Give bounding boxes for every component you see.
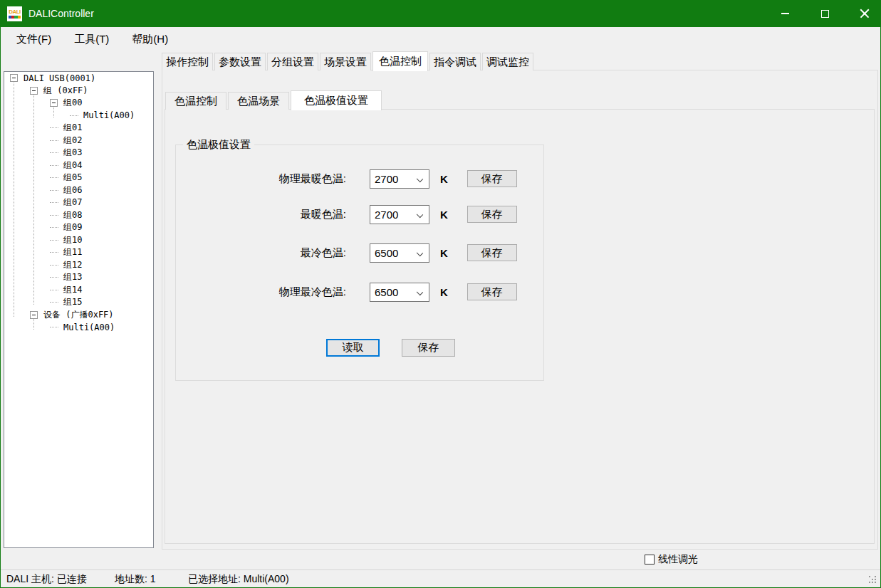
tree-node-label: 组11	[62, 246, 83, 258]
row-save-button[interactable]: 保存	[467, 206, 517, 223]
tree-connector	[50, 177, 58, 178]
tree-collapse-icon[interactable]	[30, 311, 38, 319]
tree-node-11[interactable]: 组08	[4, 209, 153, 222]
cct-row-label: 最冷色温:	[176, 246, 346, 260]
main-tab-strip: 操作控制参数设置分组设置场景设置色温控制指令调试调试监控	[162, 51, 535, 70]
cct-combobox-value: 6500	[370, 286, 398, 298]
chevron-down-icon	[417, 211, 423, 217]
menu-item-0[interactable]: 文件(F)	[8, 27, 60, 51]
linear-dimming-label: 线性调光	[658, 553, 698, 566]
read-button[interactable]: 读取	[326, 339, 380, 357]
tree-node-16[interactable]: 组13	[4, 271, 153, 284]
row-save-button[interactable]: 保存	[467, 170, 517, 187]
tree-node-5[interactable]: 组02	[4, 135, 153, 147]
tree-node-label: 设备 (广播0xFF)	[42, 309, 115, 321]
tree-node-label: 组15	[62, 296, 83, 308]
cct-value-combobox[interactable]: 6500	[370, 243, 429, 263]
device-tree: DALI USB(0001)组 (0xFF)组00Multi(A00)组01组0…	[4, 71, 154, 548]
tree-node-13[interactable]: 组10	[4, 234, 153, 247]
unit-kelvin-label: K	[440, 247, 448, 259]
minimize-icon	[781, 13, 789, 14]
tree-collapse-icon[interactable]	[50, 99, 58, 107]
tree-node-label: 组 (0xFF)	[42, 85, 90, 97]
tree-node-18[interactable]: 组15	[4, 296, 153, 309]
tree-node-label: 组04	[62, 159, 83, 172]
cct-value-combobox[interactable]: 2700	[370, 169, 429, 189]
tree-node-1[interactable]: 组 (0xFF)	[4, 85, 153, 98]
close-button[interactable]	[848, 0, 881, 27]
tree-node-2[interactable]: 组00	[4, 97, 153, 110]
tree-node-label: 组14	[62, 284, 83, 296]
cct-value-combobox[interactable]: 6500	[370, 283, 429, 302]
tree-connector	[50, 277, 58, 278]
title-bar: DALI DALIController	[0, 0, 881, 27]
main-tab-1[interactable]: 参数设置	[214, 53, 266, 70]
sub-tab-0[interactable]: 色温控制	[165, 92, 226, 110]
tree-node-17[interactable]: 组14	[4, 284, 153, 297]
maximize-icon	[821, 10, 829, 18]
menu-item-2[interactable]: 帮助(H)	[123, 27, 177, 51]
tree-node-10[interactable]: 组07	[4, 196, 153, 209]
app-logo-text: DALI	[9, 9, 21, 15]
menu-item-1[interactable]: 工具(T)	[66, 27, 118, 51]
unit-kelvin-label: K	[440, 286, 448, 298]
groupbox-title: 色温极值设置	[183, 138, 254, 152]
cct-form-row-2: 最冷色温:6500K保存	[176, 243, 517, 263]
tree-node-14[interactable]: 组11	[4, 246, 153, 259]
tree-node-0[interactable]: DALI USB(0001)	[4, 72, 153, 85]
tree-node-label: 组12	[62, 259, 83, 271]
tree-connector	[50, 215, 58, 216]
tree-connector	[50, 227, 58, 228]
row-save-button[interactable]: 保存	[467, 283, 517, 300]
tree-node-label: DALI USB(0001)	[22, 73, 97, 83]
tree-node-12[interactable]: 组09	[4, 221, 153, 234]
linear-dimming-checkbox[interactable]	[645, 555, 655, 565]
tree-node-label: 组13	[62, 271, 83, 283]
sub-tab-1[interactable]: 色温场景	[228, 92, 289, 110]
cct-value-combobox[interactable]: 2700	[370, 205, 429, 224]
tree-node-7[interactable]: 组04	[4, 159, 153, 172]
tree-node-9[interactable]: 组06	[4, 184, 153, 197]
tree-node-20[interactable]: Multi(A00)	[4, 321, 153, 334]
chevron-down-icon	[417, 249, 423, 256]
tree-node-15[interactable]: 组12	[4, 259, 153, 272]
main-tab-0[interactable]: 操作控制	[162, 53, 213, 70]
tree-node-label: 组01	[62, 122, 83, 134]
tree-node-8[interactable]: 组05	[4, 172, 153, 184]
main-tab-2[interactable]: 分组设置	[267, 53, 318, 70]
app-logo-colorbar	[9, 16, 21, 19]
maximize-button[interactable]	[808, 0, 841, 27]
main-tab-3[interactable]: 场景设置	[320, 53, 371, 70]
tree-node-label: 组02	[62, 135, 83, 147]
main-tab-4[interactable]: 色温控制	[372, 51, 428, 71]
tree-connector	[50, 252, 58, 253]
tree-node-4[interactable]: 组01	[4, 122, 153, 135]
tree-connector	[50, 127, 58, 128]
tree-connector	[50, 190, 58, 191]
cct-row-label: 物理最暖色温:	[176, 172, 346, 186]
tree-node-label: Multi(A00)	[82, 110, 136, 120]
status-selected-address: 已选择地址: Multi(A00)	[188, 570, 289, 587]
main-tab-5[interactable]: 指令调试	[429, 53, 481, 70]
save-button[interactable]: 保存	[402, 339, 455, 357]
tree-collapse-icon[interactable]	[30, 87, 38, 95]
minimize-button[interactable]	[768, 0, 801, 27]
main-tab-6[interactable]: 调试监控	[482, 53, 533, 70]
cct-form-row-1: 最暖色温:2700K保存	[176, 204, 517, 224]
cct-combobox-value: 2700	[370, 209, 398, 221]
tree-connector	[50, 202, 58, 203]
tree-connector	[70, 115, 78, 116]
tree-node-label: 组03	[62, 147, 83, 159]
cct-form-row-3: 物理最冷色温:6500K保存	[176, 282, 517, 302]
sub-tab-2[interactable]: 色温极值设置	[291, 90, 382, 110]
tree-node-6[interactable]: 组03	[4, 147, 153, 159]
tree-node-label: 组07	[62, 196, 83, 209]
tree-collapse-icon[interactable]	[10, 74, 18, 82]
tree-node-3[interactable]: Multi(A00)	[4, 110, 153, 122]
resize-grip[interactable]	[869, 576, 877, 584]
tree-connector	[50, 140, 58, 141]
tree-node-19[interactable]: 设备 (广播0xFF)	[4, 309, 153, 322]
status-address-count: 地址数: 1	[115, 570, 156, 587]
row-save-button[interactable]: 保存	[467, 244, 517, 261]
status-host-connection: DALI 主机: 已连接	[6, 570, 87, 587]
